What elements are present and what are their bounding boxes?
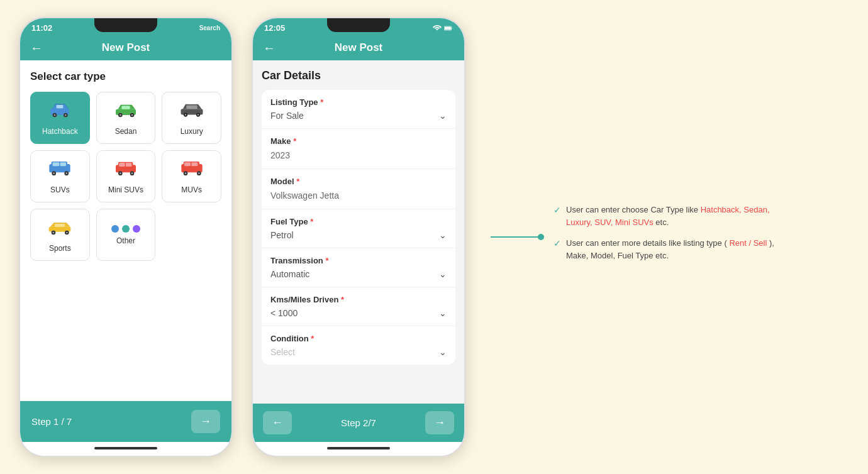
car-item-muvs[interactable]: MUVs	[162, 150, 221, 202]
other-dots	[111, 225, 140, 233]
annotation-item-1: ✓ User can enter more details like listi…	[554, 237, 780, 262]
svg-point-9	[120, 114, 121, 116]
svg-rect-24	[53, 162, 60, 166]
field-kms-driven: Kms/Miles Driven * < 1000 ⌄	[262, 287, 455, 326]
value-fuel-type: Petrol	[270, 230, 294, 240]
car-item-hatchback[interactable]: Hatchback	[30, 92, 90, 144]
select-condition[interactable]: Select ⌄	[270, 347, 447, 357]
status-time-2: 12:05	[264, 23, 285, 33]
chevron-condition: ⌄	[439, 347, 447, 357]
car-label-muvs: MUVs	[181, 185, 202, 194]
nav-bar-1: ← New Post	[20, 35, 231, 60]
car-label-sedan: Sedan	[115, 127, 137, 136]
back-button-2[interactable]: ←	[263, 41, 275, 55]
required-marker-2: *	[296, 177, 299, 186]
car-label-suvs: SUVs	[50, 185, 70, 194]
screen2-title: New Post	[335, 41, 383, 54]
car-icon-luxury	[179, 100, 204, 123]
annotation-content: ✓ User can enter choose Car Type like Ha…	[554, 204, 780, 270]
select-listing-type[interactable]: For Sale ⌄	[270, 111, 447, 121]
car-item-other[interactable]: Other	[96, 209, 156, 261]
back-label-small: Search	[199, 25, 220, 31]
home-indicator-2	[253, 442, 464, 456]
home-bar-2	[327, 447, 390, 449]
home-indicator-1	[20, 442, 231, 456]
value-listing-type: For Sale	[270, 111, 304, 121]
value-transmission: Automatic	[270, 269, 309, 279]
dot-teal	[122, 225, 130, 233]
check-icon-1: ✓	[554, 238, 561, 248]
svg-point-30	[120, 172, 121, 174]
field-listing-type: Listing Type * For Sale ⌄	[262, 90, 455, 129]
car-item-suvs[interactable]: SUVs	[30, 150, 90, 202]
next-button-1[interactable]: →	[191, 410, 220, 433]
car-icon-mini-suvs	[113, 158, 138, 182]
prev-button-2[interactable]: ←	[263, 411, 292, 434]
car-label-hatchback: Hatchback	[42, 127, 78, 136]
status-time-1: 11:02	[31, 23, 52, 33]
svg-rect-49	[445, 26, 451, 29]
svg-rect-11	[121, 106, 130, 109]
annotation-text-0: User can enter choose Car Type like Hatc…	[566, 204, 780, 228]
svg-rect-17	[186, 106, 198, 109]
car-icon-sedan	[113, 100, 138, 123]
car-item-sedan[interactable]: Sedan	[96, 92, 156, 144]
status-icons-2	[433, 24, 453, 33]
field-make: Make *	[262, 129, 455, 169]
input-model[interactable]	[270, 190, 447, 201]
car-icon-muvs	[179, 158, 204, 182]
chevron-listing-type: ⌄	[439, 111, 447, 121]
step-label-1: Step 1 / 7	[31, 416, 72, 427]
car-item-sports[interactable]: Sports	[30, 209, 90, 261]
car-details-heading: Car Details	[262, 69, 455, 82]
annotation-connector-line	[491, 236, 541, 238]
phone-screen-2: 12:05 ← New Post Car Details Listing Typ…	[252, 17, 465, 457]
car-details-card: Listing Type * For Sale ⌄ Make *	[262, 90, 455, 365]
label-listing-type: Listing Type *	[270, 97, 447, 107]
home-bar-1	[94, 447, 157, 449]
required-marker-6: *	[311, 334, 314, 343]
select-car-content: Select car type Hatchback	[20, 60, 231, 401]
label-make: Make *	[270, 136, 447, 146]
svg-point-3	[54, 114, 56, 116]
svg-rect-32	[119, 163, 125, 167]
label-transmission: Transmission *	[270, 256, 447, 265]
car-item-luxury[interactable]: Luxury	[162, 92, 221, 144]
select-fuel-type[interactable]: Petrol ⌄	[270, 230, 447, 240]
svg-rect-41	[191, 162, 198, 166]
phone-notch	[94, 18, 157, 32]
chevron-fuel-type: ⌄	[439, 230, 447, 240]
input-make[interactable]	[270, 150, 447, 160]
required-marker-1: *	[293, 136, 296, 146]
svg-point-46	[66, 232, 68, 234]
nav-bar-2: ← New Post	[253, 35, 464, 60]
select-transmission[interactable]: Automatic ⌄	[270, 269, 447, 279]
car-type-grid: Hatchback Sedan	[30, 92, 221, 261]
next-button-2[interactable]: →	[425, 411, 454, 434]
phone-notch-2	[327, 18, 390, 32]
select-car-heading: Select car type	[30, 70, 221, 83]
car-item-mini-suvs[interactable]: Mini SUVs	[96, 150, 156, 202]
svg-point-23	[66, 172, 68, 174]
annotation-section: ✓ User can enter choose Car Type like Ha…	[491, 204, 780, 270]
select-kms-driven[interactable]: < 1000 ⌄	[270, 308, 447, 318]
svg-point-10	[131, 114, 133, 116]
car-icon-hatchback	[47, 100, 72, 123]
value-condition: Select	[270, 347, 295, 357]
label-model: Model *	[270, 177, 447, 186]
bottom-bar-1: Step 1 / 7 →	[20, 401, 231, 442]
svg-point-4	[65, 114, 67, 116]
svg-rect-25	[60, 162, 66, 166]
field-fuel-type: Fuel Type * Petrol ⌄	[262, 209, 455, 248]
annotation-highlight-1: Rent / Sell	[729, 238, 767, 248]
wifi-icon	[433, 24, 442, 33]
back-button-1[interactable]: ←	[30, 41, 43, 55]
svg-point-31	[131, 172, 133, 174]
value-kms-driven: < 1000	[270, 308, 298, 318]
required-marker-3: *	[310, 217, 313, 226]
chevron-kms-driven: ⌄	[439, 308, 447, 318]
phone-screen-1: 11:02 Search ← New Post Select car type	[19, 17, 233, 457]
svg-rect-47	[55, 224, 65, 227]
field-transmission: Transmission * Automatic ⌄	[262, 248, 455, 287]
screen1-title: New Post	[102, 41, 150, 54]
